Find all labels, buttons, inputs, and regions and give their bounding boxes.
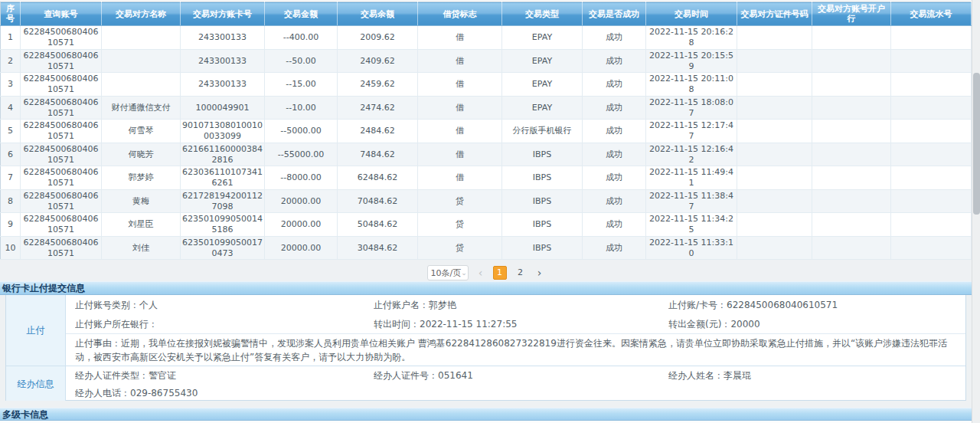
field-value: 6228450068040610571 — [727, 300, 838, 310]
page-number[interactable]: 1 — [493, 266, 507, 280]
transaction-row: 1 6228450068040610571 243300133 --400.00… — [1, 26, 972, 50]
cell-success: 成功 — [583, 236, 646, 260]
page-size-select[interactable]: 10条/页 ⌄ — [427, 265, 469, 280]
cell-balance: 7484.62 — [338, 143, 418, 166]
cell-counterparty-card: 6230361101073416261 — [181, 166, 265, 190]
cell-query-account: 6228450068040610571 — [21, 73, 102, 97]
column-header-label: 交易流水号 — [910, 9, 952, 19]
cell-counterparty-card: 243300133 — [181, 26, 265, 50]
field-label: 止付账号类别： — [75, 300, 139, 310]
cell-seq: 4 — [1, 96, 21, 120]
cell-seq: 7 — [1, 166, 21, 190]
column-header: 交易对方证件号码 — [737, 2, 812, 26]
field-label: 转出金额(元)： — [668, 319, 730, 330]
cell-counterparty-cert — [737, 96, 812, 120]
cell-balance: 2459.62 — [338, 73, 418, 97]
column-header-label: 交易对方证件号码 — [741, 9, 808, 19]
field-value: 029-86755430 — [130, 388, 198, 398]
cell-amount: --50.00 — [265, 49, 338, 73]
field-value: 2022-11-15 11:27:55 — [420, 319, 517, 330]
cell-query-account: 6228450068040610571 — [21, 189, 102, 213]
field-label: 经办人电话： — [75, 388, 130, 398]
cell-amount: --8000.00 — [265, 166, 338, 190]
column-header-label: 序号 — [6, 4, 15, 24]
page-size-value: 10条/页 — [431, 267, 462, 279]
cell-transaction-type: 分行版手机银行 — [502, 120, 583, 143]
cell-counterparty-name: 郭梦婷 — [102, 166, 181, 190]
field: 转出时间：2022-11-15 11:27:55 — [374, 318, 668, 331]
page-number-list: 12 — [493, 266, 528, 280]
cell-counterparty-card: 243300133 — [181, 49, 265, 73]
stop-payment-section-title: 银行卡止付提交信息 — [0, 281, 972, 295]
cell-debit-credit-flag: 借 — [418, 49, 502, 73]
cell-serial — [891, 73, 972, 97]
cell-counterparty-name: 黄梅 — [102, 189, 181, 213]
cell-time: 2022-11-15 20:15:59 — [646, 49, 737, 73]
field-value: 个人 — [139, 300, 158, 310]
cell-transaction-type: IBPS — [502, 189, 583, 213]
cell-transaction-type: IBPS — [502, 166, 583, 190]
handler-info-group: 经办信息 经办人证件类型：警官证经办人证件号：051641经办人姓名：李晨琨 经… — [6, 366, 965, 402]
field-value: 警官证 — [149, 370, 176, 381]
cell-counterparty-bank — [812, 236, 891, 260]
cell-serial — [891, 26, 972, 50]
cell-counterparty-name — [102, 73, 181, 97]
cell-query-account: 6228450068040610571 — [21, 236, 102, 260]
transactions-table: 序号查询账号交易对方名称交易对方账卡号交易金额交易余额借贷标志交易类型交易是否成… — [0, 2, 972, 260]
scrollbar-thumb[interactable] — [973, 73, 980, 215]
cell-query-account: 6228450068040610571 — [21, 213, 102, 237]
cell-transaction-type: EPAY — [502, 73, 583, 97]
page-number[interactable]: 2 — [514, 266, 528, 280]
cell-debit-credit-flag: 贷 — [418, 236, 502, 260]
field-label: 转出时间： — [374, 319, 420, 330]
column-header: 交易对方名称 — [102, 2, 181, 26]
vertical-scrollbar[interactable] — [972, 0, 980, 423]
cell-time: 2022-11-15 11:33:10 — [646, 236, 737, 260]
cell-time: 2022-11-15 20:16:28 — [646, 26, 737, 50]
stop-payment-reason-text: 止付事由：近期，我单位在接报刘妮被骗警情中，发现涉案人员利用贵单位相关账户 曹鸿… — [66, 333, 965, 366]
cell-counterparty-cert — [737, 49, 812, 73]
group-label-handler-info: 经办信息 — [6, 366, 66, 402]
column-header: 交易余额 — [338, 2, 418, 26]
field-label: 经办人姓名： — [668, 370, 724, 381]
cell-seq: 1 — [1, 26, 21, 50]
prev-page-button[interactable]: ‹ — [475, 266, 486, 280]
cell-counterparty-cert — [737, 189, 812, 213]
cell-counterparty-card: 6217281942001127098 — [181, 189, 265, 213]
cell-counterparty-bank — [812, 26, 891, 50]
cell-time: 2022-11-15 20:11:08 — [646, 73, 737, 97]
cell-balance: 70484.62 — [338, 189, 418, 213]
field: 止付账户名：郭梦艳 — [374, 299, 668, 312]
cell-counterparty-bank — [812, 96, 891, 120]
cell-amount: --5000.00 — [265, 120, 338, 143]
cell-counterparty-bank — [812, 143, 891, 166]
cell-serial — [891, 120, 972, 143]
column-header-label: 借贷标志 — [443, 9, 477, 19]
cell-debit-credit-flag: 借 — [418, 26, 502, 50]
cell-counterparty-bank — [812, 120, 891, 143]
column-header-label: 交易是否成功 — [589, 9, 639, 19]
cell-debit-credit-flag: 借 — [418, 96, 502, 120]
cell-debit-credit-flag: 贷 — [418, 213, 502, 237]
field-row: 经办人电话：029-86755430 — [66, 385, 965, 402]
cell-amount: 20000.00 — [265, 236, 338, 260]
cell-seq: 9 — [1, 213, 21, 237]
cell-seq: 8 — [1, 189, 21, 213]
cell-counterparty-cert — [737, 143, 812, 166]
group-label-stop-payment: 止付 — [6, 295, 66, 366]
chevron-down-icon: ⌄ — [461, 269, 467, 277]
cell-time: 2022-11-15 11:38:47 — [646, 189, 737, 213]
cell-seq: 5 — [1, 120, 21, 143]
column-header: 查询账号 — [21, 2, 102, 26]
bank-stop-payment-page: 序号查询账号交易对方名称交易对方账卡号交易金额交易余额借贷标志交易类型交易是否成… — [0, 0, 980, 423]
cell-amount: 20000.00 — [265, 189, 338, 213]
cell-counterparty-name — [102, 26, 181, 50]
stop-payment-body: 止付 止付账号类别：个人止付账户名：郭梦艳止付账/卡号：622845006804… — [5, 295, 966, 401]
column-header-label: 交易对方名称 — [116, 9, 166, 19]
cell-success: 成功 — [583, 73, 646, 97]
next-page-button[interactable]: › — [534, 266, 545, 280]
cell-success: 成功 — [583, 143, 646, 166]
field-value: 李晨琨 — [724, 370, 751, 381]
transaction-row: 3 6228450068040610571 243300133 --15.00 … — [1, 73, 972, 97]
cell-counterparty-bank — [812, 73, 891, 97]
